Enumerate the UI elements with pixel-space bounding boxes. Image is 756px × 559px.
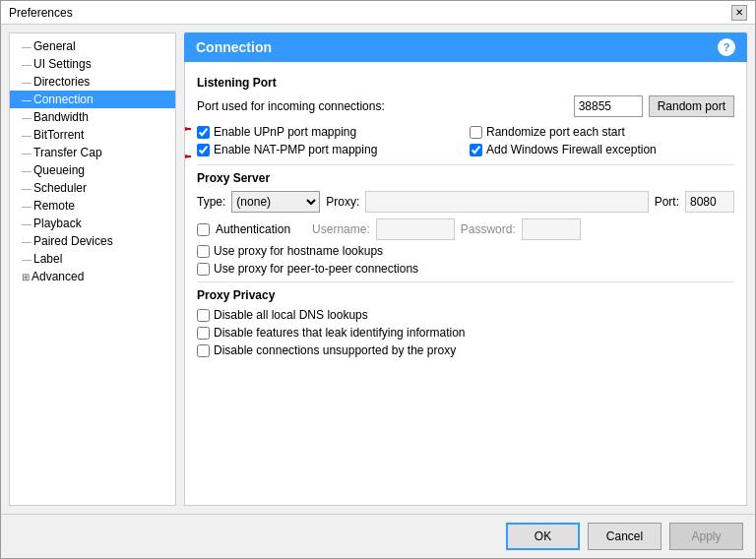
help-button[interactable]: ? [718,38,735,56]
sidebar-item-scheduler[interactable]: — Scheduler [10,179,175,197]
sidebar-item-advanced[interactable]: ⊞ Advanced [10,268,175,285]
sidebar-item-ui-settings[interactable]: — UI Settings [10,55,175,73]
expand-icon: ⊞ [22,272,30,282]
close-button[interactable]: ✕ [731,5,747,21]
sidebar-label-playback: Playback [33,217,82,230]
disable-dns-checkbox[interactable] [197,309,210,322]
enable-upnp-checkbox[interactable] [197,126,210,139]
use-proxy-hostname-label: Use proxy for hostname lookups [214,244,383,258]
username-input[interactable] [376,218,455,240]
randomize-label: Randomize port each start [486,125,625,139]
password-input[interactable] [522,218,581,240]
section-header: Connection ? [184,32,747,62]
tree-prefix: — [22,112,32,123]
sidebar-label-general: General [33,39,76,53]
main-content-area: — General — UI Settings — Directories — … [1,25,755,514]
disable-dns-row: Disable all local DNS lookups [197,308,734,322]
divider-1 [197,164,734,165]
password-label: Password: [461,222,516,236]
sidebar-label-remote: Remote [33,199,75,213]
sidebar-item-transfer-cap[interactable]: — Transfer Cap [10,144,175,161]
sidebar-item-general[interactable]: — General [10,37,175,55]
proxy-type-label: Type: [197,195,225,209]
randomize-check-row: Randomize port each start [470,125,734,139]
section-title: Connection [196,39,272,55]
use-proxy-hostname-checkbox[interactable] [197,245,210,258]
sidebar-item-bittorrent[interactable]: — BitTorrent [10,126,175,144]
firewall-check-row: Add Windows Firewall exception [470,143,734,156]
bottom-bar: OK Cancel Apply [1,514,755,558]
sidebar-item-playback[interactable]: — Playback [10,215,175,232]
sidebar-label-advanced: Advanced [32,270,84,283]
natpmp-label: Enable NAT-PMP port mapping [214,143,377,156]
sidebar-label-connection: Connection [33,93,94,106]
tree-prefix: — [22,254,32,265]
use-proxy-hostname-row: Use proxy for hostname lookups [197,244,734,258]
listening-port-title: Listening Port [197,76,734,90]
sidebar-item-connection[interactable]: — Connection [10,91,175,108]
disable-unsupported-label: Disable connections unsupported by the p… [214,343,456,357]
sidebar-label-queueing: Queueing [33,163,85,177]
title-bar: Preferences ✕ [1,1,755,25]
sidebar-item-paired-devices[interactable]: — Paired Devices [10,232,175,250]
apply-button[interactable]: Apply [669,523,743,550]
main-panel: Connection ? Listening Port Port used fo… [184,32,747,506]
sidebar-label-label: Label [33,252,62,266]
tree-prefix: — [22,183,32,194]
sidebar-item-label[interactable]: — Label [10,250,175,268]
sidebar-label-scheduler: Scheduler [33,181,87,195]
sidebar-item-bandwidth[interactable]: — Bandwidth [10,108,175,126]
port-input[interactable] [574,95,643,117]
enable-natpmp-checkbox[interactable] [197,144,210,156]
tree-prefix: — [22,236,32,247]
sidebar: — General — UI Settings — Directories — … [9,32,176,506]
tree-prefix: — [22,59,32,70]
randomize-port-checkbox[interactable] [470,126,482,139]
disable-leak-checkbox[interactable] [197,327,210,340]
tree-prefix: — [22,77,32,88]
firewall-label: Add Windows Firewall exception [486,143,657,156]
proxy-port-input[interactable] [685,191,734,213]
ok-button[interactable]: OK [506,523,580,550]
disable-unsupported-checkbox[interactable] [197,344,210,357]
divider-2 [197,281,734,282]
sidebar-label-paired-devices: Paired Devices [33,234,113,248]
preferences-window: Preferences ✕ — General — UI Settings — … [0,0,756,559]
add-firewall-checkbox[interactable] [470,144,482,156]
port-label: Port used for incoming connections: [197,99,574,113]
upnp-label: Enable UPnP port mapping [214,125,356,139]
tree-prefix: — [22,94,32,105]
sidebar-item-remote[interactable]: — Remote [10,197,175,215]
proxy-host-label: Proxy: [326,195,359,209]
sidebar-item-directories[interactable]: — Directories [10,73,175,91]
checkbox-grid: Enable UPnP port mapping Randomize port … [197,125,734,156]
use-proxy-p2p-row: Use proxy for peer-to-peer connections [197,262,734,276]
sidebar-item-queueing[interactable]: — Queueing [10,161,175,179]
use-proxy-p2p-label: Use proxy for peer-to-peer connections [214,262,418,276]
tree-prefix: — [22,148,32,158]
cancel-button[interactable]: Cancel [588,523,662,550]
tree-prefix: — [22,218,32,229]
use-proxy-p2p-checkbox[interactable] [197,263,210,276]
sidebar-label-directories: Directories [33,75,90,89]
settings-panel: Listening Port Port used for incoming co… [184,62,747,506]
arrow-area: Enable UPnP port mapping Randomize port … [197,125,734,156]
disable-leak-label: Disable features that leak identifying i… [214,326,465,340]
disable-unsupported-row: Disable connections unsupported by the p… [197,343,734,357]
tree-prefix: — [22,41,32,52]
auth-label: Authentication [216,222,290,236]
tree-prefix: — [22,201,32,212]
username-label: Username: [312,222,370,236]
auth-checkbox[interactable] [197,223,210,236]
disable-leak-row: Disable features that leak identifying i… [197,326,734,340]
port-row: Port used for incoming connections: Rand… [197,95,734,117]
upnp-check-row: Enable UPnP port mapping [197,125,462,139]
natpmp-check-row: Enable NAT-PMP port mapping [197,143,462,156]
sidebar-label-ui-settings: UI Settings [33,57,92,71]
window-title: Preferences [9,6,73,20]
proxy-host-input[interactable] [365,191,648,213]
proxy-privacy-title: Proxy Privacy [197,288,734,302]
random-port-button[interactable]: Random port [649,95,734,117]
tree-prefix: — [22,165,32,176]
proxy-type-select[interactable]: (none) [231,191,320,213]
